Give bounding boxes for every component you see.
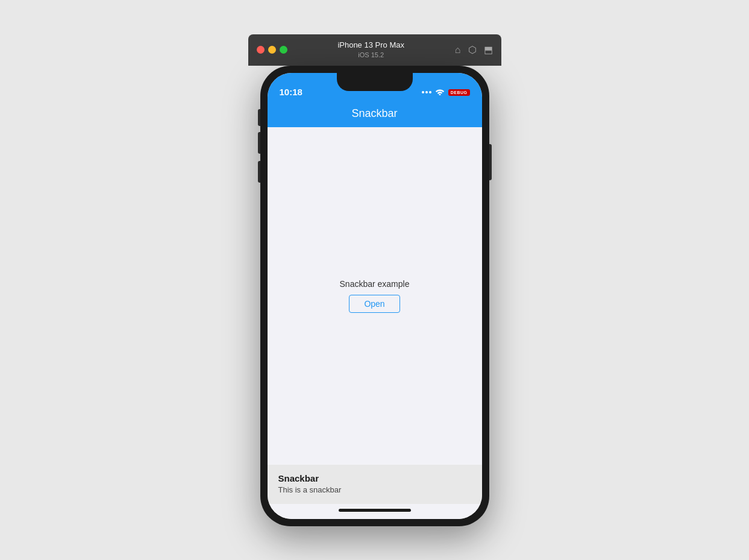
status-time: 10:18 bbox=[280, 87, 302, 97]
maximize-button[interactable] bbox=[280, 46, 287, 54]
close-button[interactable] bbox=[257, 46, 265, 54]
app-bar-title: Snackbar bbox=[351, 107, 397, 120]
title-bar-actions: ⌂ ⬡ ⬒ bbox=[455, 44, 493, 55]
snackbar-notification: Snackbar This is a snackbar bbox=[268, 465, 482, 504]
screen-content: Snackbar example Open bbox=[268, 127, 482, 465]
snackbar-message: This is a snackbar bbox=[278, 485, 471, 494]
home-indicator bbox=[339, 509, 411, 512]
example-text: Snackbar example bbox=[340, 279, 410, 289]
traffic-lights bbox=[257, 46, 287, 54]
snackbar-title: Snackbar bbox=[278, 473, 471, 483]
phone-frame: 10:18 DEBUG Snackb bbox=[260, 66, 489, 526]
minimize-button[interactable] bbox=[268, 46, 276, 54]
phone-screen: 10:18 DEBUG Snackb bbox=[268, 73, 482, 519]
volume-down-button bbox=[258, 161, 260, 183]
home-icon[interactable]: ⌂ bbox=[455, 45, 461, 55]
simulator-window: iPhone 13 Pro Max iOS 15.2 ⌂ ⬡ ⬒ 10:18 bbox=[248, 34, 501, 526]
device-os: iOS 15.2 bbox=[358, 51, 384, 59]
share-icon[interactable]: ⬒ bbox=[484, 44, 493, 55]
debug-badge: DEBUG bbox=[448, 89, 470, 96]
app-bar: Snackbar bbox=[268, 101, 482, 127]
status-icons: DEBUG bbox=[422, 88, 470, 97]
title-bar: iPhone 13 Pro Max iOS 15.2 ⌂ ⬡ ⬒ bbox=[248, 34, 501, 66]
wifi-icon bbox=[435, 88, 445, 97]
signal-icon bbox=[422, 91, 431, 93]
home-indicator-area bbox=[268, 504, 482, 519]
signal-dot bbox=[422, 91, 424, 93]
signal-dot bbox=[425, 91, 428, 93]
device-name: iPhone 13 Pro Max bbox=[337, 40, 404, 51]
silent-switch bbox=[258, 109, 260, 126]
open-button[interactable]: Open bbox=[349, 295, 400, 313]
notch bbox=[337, 73, 413, 91]
power-button bbox=[489, 144, 492, 180]
signal-dot bbox=[429, 91, 431, 93]
camera-icon[interactable]: ⬡ bbox=[468, 44, 477, 55]
title-bar-center: iPhone 13 Pro Max iOS 15.2 bbox=[287, 40, 455, 59]
volume-up-button bbox=[258, 132, 260, 154]
